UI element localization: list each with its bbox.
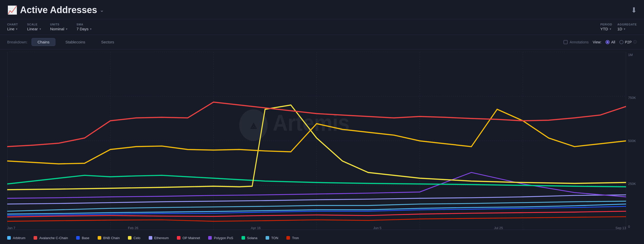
y-axis: 1M 750K 500K 250K 0 <box>626 52 644 229</box>
legend-avalanche-label: Avalanche C-Chain <box>39 236 68 240</box>
p2p-info-icon[interactable]: ⓘ <box>633 40 637 44</box>
y-label-500k: 500K <box>628 139 636 143</box>
aggregate-group: AGGREGATE 1D ▾ <box>617 23 637 31</box>
legend-op-label: OP Mainnet <box>183 236 200 240</box>
units-label: UNITS <box>50 23 67 26</box>
sma-chevron-icon: ▾ <box>90 27 92 31</box>
breakdown-stablecoins-button[interactable]: Stablecoins <box>59 38 91 46</box>
legend-celo-label: Celo <box>134 236 140 240</box>
x-label-sep13: Sep 13 <box>616 226 626 230</box>
y-label-250k: 250K <box>628 182 636 186</box>
chart-type-group: CHART Line ▾ <box>7 23 18 31</box>
x-label-jul25: Jul 25 <box>494 226 503 230</box>
breakdown-bar: Breakdown: Chains Stablecoins Sectors An… <box>0 35 644 49</box>
units-select[interactable]: Nominal ▾ <box>50 27 67 31</box>
scale-select[interactable]: Linear ▾ <box>27 27 41 31</box>
download-button[interactable]: ⬇ <box>631 6 637 14</box>
view-all-radio[interactable] <box>606 40 610 44</box>
legend-arbitrum-color <box>7 236 11 240</box>
x-label-feb26: Feb 26 <box>128 226 138 230</box>
sma-value: 7 Days <box>77 27 89 31</box>
legend-bnb-color <box>98 236 101 240</box>
scale-group: SCALE Linear ▾ <box>27 23 41 31</box>
breakdown-sectors-button[interactable]: Sectors <box>95 38 120 46</box>
chart-svg: ⟁ Artemis <box>7 52 626 230</box>
chart-svg-container: ⟁ Artemis <box>7 52 626 230</box>
legend-polygon: Polygon PoS <box>208 236 233 240</box>
toolbar-right: PERIOD YTD ▾ AGGREGATE 1D ▾ <box>600 23 637 31</box>
legend-polygon-label: Polygon PoS <box>214 236 233 240</box>
period-label: PERIOD <box>600 23 612 26</box>
legend-op: OP Mainnet <box>177 236 200 240</box>
view-p2p-option[interactable]: P2P ⓘ <box>619 40 637 44</box>
legend-celo-color <box>128 236 132 240</box>
sma-label: SMA <box>77 23 92 26</box>
header: 📈 Active Addresses ⌄ ⬇ <box>0 0 644 19</box>
period-select[interactable]: YTD ▾ <box>600 27 612 31</box>
legend-avalanche-color <box>34 236 37 240</box>
radio-inner-dot <box>607 41 609 43</box>
aggregate-label: AGGREGATE <box>617 23 637 26</box>
legend-ton-label: TON <box>271 236 278 240</box>
legend-ton: TON <box>266 236 278 240</box>
legend-bnb-label: BNB Chain <box>103 236 120 240</box>
legend-base-color <box>76 236 80 240</box>
annotations-text: Annotations <box>570 40 589 44</box>
y-label-0: 0 <box>628 225 630 229</box>
annotations-checkbox[interactable] <box>564 40 568 44</box>
breakdown-chains-button[interactable]: Chains <box>32 38 55 46</box>
header-left: 📈 Active Addresses ⌄ <box>7 5 104 15</box>
breakdown-label: Breakdown: <box>7 40 27 44</box>
period-chevron-icon: ▾ <box>610 27 611 31</box>
aggregate-select[interactable]: 1D ▾ <box>617 27 637 31</box>
x-label-jun5: Jun 5 <box>373 226 381 230</box>
aggregate-chevron-icon: ▾ <box>624 27 625 31</box>
y-label-1m: 1M <box>628 53 633 57</box>
legend-tron: Tron <box>286 236 299 240</box>
chart-chevron-icon: ▾ <box>16 27 17 31</box>
chart-value: Line <box>7 27 14 31</box>
view-all-option[interactable]: All <box>606 40 615 44</box>
legend-bnb: BNB Chain <box>98 236 120 240</box>
app-container: 📈 Active Addresses ⌄ ⬇ CHART Line ▾ SCAL… <box>0 0 644 244</box>
legend-avalanche: Avalanche C-Chain <box>34 236 68 240</box>
chart-wrapper: ⟁ Artemis <box>0 52 644 244</box>
sma-group: SMA 7 Days ▾ <box>77 23 92 31</box>
x-label-apr16: Apr 16 <box>251 226 261 230</box>
legend-tron-label: Tron <box>292 236 299 240</box>
legend-solana-color <box>242 236 245 240</box>
legend-solana-label: Solana <box>247 236 257 240</box>
units-group: UNITS Nominal ▾ <box>50 23 67 31</box>
title-chevron-icon[interactable]: ⌄ <box>100 7 104 13</box>
view-text: View: <box>593 40 601 44</box>
chart-icon: 📈 <box>7 5 17 15</box>
legend-ethereum-label: Ethereum <box>154 236 169 240</box>
annotations-control[interactable]: Annotations <box>564 40 589 44</box>
x-axis: Jan 7 Feb 26 Apr 16 Jun 5 Jul 25 Sep 13 <box>7 226 626 230</box>
legend-base: Base <box>76 236 89 240</box>
view-all-label: All <box>611 40 615 44</box>
breakdown-left: Breakdown: Chains Stablecoins Sectors <box>7 38 120 46</box>
legend-ton-color <box>266 236 269 240</box>
sma-select[interactable]: 7 Days ▾ <box>77 27 92 31</box>
chart-select[interactable]: Line ▾ <box>7 27 18 31</box>
x-label-jan7: Jan 7 <box>7 226 15 230</box>
chart-label: CHART <box>7 23 18 26</box>
period-group: PERIOD YTD ▾ <box>600 23 612 31</box>
view-p2p-label: P2P <box>625 40 632 44</box>
scale-value: Linear <box>27 27 38 31</box>
y-label-750k: 750K <box>628 96 636 100</box>
legend-ethereum-color <box>149 236 152 240</box>
scale-label: SCALE <box>27 23 41 26</box>
view-label: View: <box>593 40 601 44</box>
legend-tron-color <box>286 236 290 240</box>
toolbar: CHART Line ▾ SCALE Linear ▾ UNITS Nomina… <box>0 19 644 35</box>
view-p2p-radio[interactable] <box>619 40 623 44</box>
chart-area: ⟁ Artemis <box>0 49 644 244</box>
page-title: Active Addresses <box>20 5 97 15</box>
aggregate-value: 1D <box>617 27 622 31</box>
legend-celo: Celo <box>128 236 140 240</box>
legend-arbitrum-label: Arbitrum <box>13 236 25 240</box>
legend-op-color <box>177 236 180 240</box>
legend-ethereum: Ethereum <box>149 236 169 240</box>
